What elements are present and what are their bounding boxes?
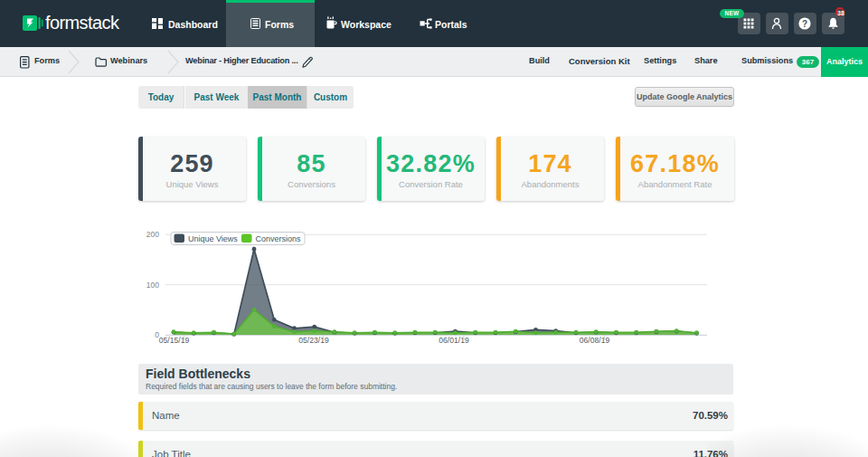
svg-text:?: ? <box>802 19 807 29</box>
svg-text:200: 200 <box>146 230 159 239</box>
svg-text:05/23/19: 05/23/19 <box>298 336 329 345</box>
svg-text:06/01/19: 06/01/19 <box>439 336 469 345</box>
svg-text:Conversions: Conversions <box>256 234 302 243</box>
svg-text:100: 100 <box>146 281 159 290</box>
svg-text:05/15/19: 05/15/19 <box>159 336 190 345</box>
svg-text:06/08/19: 06/08/19 <box>580 336 610 345</box>
svg-text:Unique Views: Unique Views <box>188 234 238 243</box>
